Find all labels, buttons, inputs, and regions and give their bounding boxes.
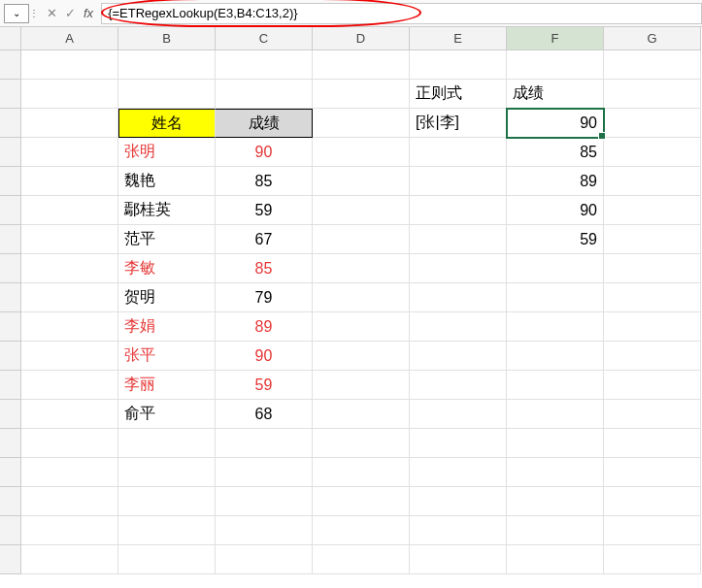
cell-A5[interactable] — [21, 167, 118, 196]
cell-F9[interactable] — [507, 283, 604, 312]
cell-G15[interactable] — [604, 458, 701, 487]
cell-C2[interactable] — [216, 80, 313, 109]
row-header-18[interactable] — [0, 545, 21, 574]
row-header-7[interactable] — [0, 225, 21, 254]
fx-icon[interactable]: fx — [84, 6, 93, 20]
row-header-15[interactable] — [0, 458, 21, 487]
cell-C8[interactable]: 85 — [216, 254, 313, 283]
row-header-10[interactable] — [0, 312, 21, 342]
cell-D8[interactable] — [313, 254, 410, 283]
cell-E10[interactable] — [410, 312, 507, 342]
cell-F16[interactable] — [507, 487, 604, 516]
cell-C12[interactable]: 59 — [216, 371, 313, 400]
cell-A10[interactable] — [21, 312, 118, 342]
cell-B1[interactable] — [118, 50, 216, 80]
cell-G3[interactable] — [604, 109, 701, 138]
cell-C5[interactable]: 85 — [216, 167, 313, 196]
row-header-9[interactable] — [0, 283, 21, 312]
cell-A2[interactable] — [21, 80, 118, 109]
cell-D6[interactable] — [313, 196, 410, 225]
cell-F17[interactable] — [507, 516, 604, 545]
cell-G17[interactable] — [604, 516, 701, 545]
cell-D15[interactable] — [313, 458, 410, 487]
cell-E4[interactable] — [410, 138, 507, 167]
row-header-8[interactable] — [0, 254, 21, 283]
cell-B14[interactable] — [118, 429, 216, 458]
row-header-16[interactable] — [0, 487, 21, 516]
cell-B18[interactable] — [118, 545, 216, 574]
cell-A13[interactable] — [21, 400, 118, 429]
cell-G14[interactable] — [604, 429, 701, 458]
cell-F15[interactable] — [507, 458, 604, 487]
row-header-11[interactable] — [0, 342, 21, 371]
cell-A6[interactable] — [21, 196, 118, 225]
column-header-D[interactable]: D — [313, 27, 410, 50]
cell-G7[interactable] — [604, 225, 701, 254]
cell-F11[interactable] — [507, 342, 604, 371]
cell-E14[interactable] — [410, 429, 507, 458]
cancel-icon[interactable]: ✕ — [47, 6, 57, 20]
cell-A9[interactable] — [21, 283, 118, 312]
row-header-1[interactable] — [0, 50, 21, 80]
row-header-4[interactable] — [0, 138, 21, 167]
cell-C16[interactable] — [216, 487, 313, 516]
column-header-G[interactable]: G — [604, 27, 701, 50]
cell-E11[interactable] — [410, 342, 507, 371]
cell-E18[interactable] — [410, 545, 507, 574]
cell-G9[interactable] — [604, 283, 701, 312]
row-header-17[interactable] — [0, 516, 21, 545]
cell-D5[interactable] — [313, 167, 410, 196]
cell-C18[interactable] — [216, 545, 313, 574]
cell-C9[interactable]: 79 — [216, 283, 313, 312]
cell-F3[interactable]: 90 — [507, 109, 604, 138]
cell-F7[interactable]: 59 — [507, 225, 604, 254]
cell-E1[interactable] — [410, 50, 507, 80]
cell-B13[interactable]: 俞平 — [118, 400, 216, 429]
cell-G10[interactable] — [604, 312, 701, 342]
cell-C1[interactable] — [216, 50, 313, 80]
cell-E9[interactable] — [410, 283, 507, 312]
cell-G1[interactable] — [604, 50, 701, 80]
cell-A7[interactable] — [21, 225, 118, 254]
confirm-icon[interactable]: ✓ — [65, 6, 76, 20]
cell-C6[interactable]: 59 — [216, 196, 313, 225]
cell-G2[interactable] — [604, 80, 701, 109]
cell-E17[interactable] — [410, 516, 507, 545]
column-header-C[interactable]: C — [216, 27, 313, 50]
cell-G12[interactable] — [604, 371, 701, 400]
cell-G6[interactable] — [604, 196, 701, 225]
cell-C14[interactable] — [216, 429, 313, 458]
cell-C10[interactable]: 89 — [216, 312, 313, 342]
cell-A17[interactable] — [21, 516, 118, 545]
cell-C13[interactable]: 68 — [216, 400, 313, 429]
cell-F10[interactable] — [507, 312, 604, 342]
name-box-menu[interactable]: ⋮ — [29, 8, 39, 18]
row-header-6[interactable] — [0, 196, 21, 225]
cell-G5[interactable] — [604, 167, 701, 196]
cell-B6[interactable]: 鄢桂英 — [118, 196, 216, 225]
cell-F4[interactable]: 85 — [507, 138, 604, 167]
cell-A14[interactable] — [21, 429, 118, 458]
cell-B8[interactable]: 李敏 — [118, 254, 216, 283]
cell-F1[interactable] — [507, 50, 604, 80]
cell-D7[interactable] — [313, 225, 410, 254]
row-header-2[interactable] — [0, 80, 21, 109]
cell-F8[interactable] — [507, 254, 604, 283]
cell-B7[interactable]: 范平 — [118, 225, 216, 254]
cell-B16[interactable] — [118, 487, 216, 516]
cell-C7[interactable]: 67 — [216, 225, 313, 254]
cell-A1[interactable] — [21, 50, 118, 80]
row-header-12[interactable] — [0, 371, 21, 400]
cell-A3[interactable] — [21, 109, 118, 138]
cell-B2[interactable] — [118, 80, 216, 109]
cell-D11[interactable] — [313, 342, 410, 371]
cell-E6[interactable] — [410, 196, 507, 225]
column-header-A[interactable]: A — [21, 27, 118, 50]
cell-D10[interactable] — [313, 312, 410, 342]
cell-B5[interactable]: 魏艳 — [118, 167, 216, 196]
cell-A12[interactable] — [21, 371, 118, 400]
cell-D9[interactable] — [313, 283, 410, 312]
cell-C3[interactable]: 成绩 — [216, 109, 313, 138]
cell-B17[interactable] — [118, 516, 216, 545]
cell-A8[interactable] — [21, 254, 118, 283]
